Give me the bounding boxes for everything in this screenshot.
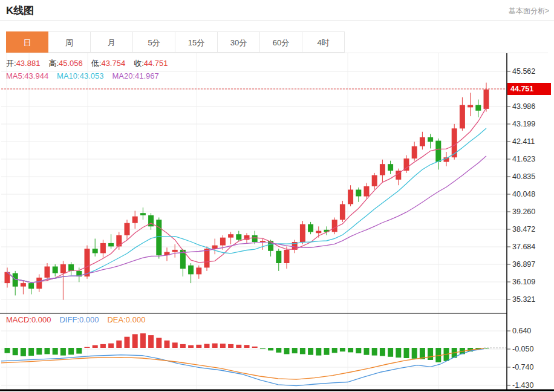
- legend-item: MA5:43.944: [6, 71, 48, 80]
- svg-text:45.562: 45.562: [512, 67, 535, 76]
- period-tabbar: 日周月5分15分30分60分4时: [6, 31, 548, 53]
- legend-item: MA10:43.053: [57, 71, 103, 80]
- legend-item: MACD:0.000: [6, 315, 51, 324]
- svg-text:37.684: 37.684: [512, 243, 535, 251]
- price-axis-labels: 45.56243.98643.19942.41141.62340.83540.0…: [507, 67, 535, 304]
- period-tab-日[interactable]: 日: [6, 31, 48, 53]
- svg-text:-1.430: -1.430: [512, 381, 533, 390]
- header-divider: [0, 20, 554, 21]
- legend-item: 高:45.056: [48, 59, 82, 68]
- period-tab-15分[interactable]: 15分: [175, 31, 218, 53]
- gridlines: [1, 53, 506, 390]
- period-tab-4时[interactable]: 4时: [302, 31, 345, 53]
- ma-legend: MA5:43.944MA10:43.053MA20:41.967: [6, 71, 168, 80]
- svg-text:36.897: 36.897: [512, 260, 535, 269]
- legend-item: DEA:0.000: [107, 315, 145, 324]
- page-title: K线图: [6, 4, 34, 18]
- current-price-tag: 44.751: [507, 83, 551, 95]
- svg-text:41.623: 41.623: [512, 155, 535, 163]
- period-tab-60分[interactable]: 60分: [260, 31, 302, 53]
- period-tab-周[interactable]: 周: [48, 31, 91, 53]
- period-tab-5分[interactable]: 5分: [133, 31, 175, 53]
- svg-text:35.321: 35.321: [512, 295, 535, 304]
- legend-item: MA20:41.967: [112, 71, 158, 80]
- kline-chart: 45.56243.98643.19942.41141.62340.83540.0…: [0, 53, 554, 392]
- candlestick-series: [5, 83, 489, 300]
- svg-text:-0.050: -0.050: [512, 345, 533, 353]
- svg-text:43.986: 43.986: [512, 102, 535, 111]
- svg-text:39.260: 39.260: [512, 207, 535, 216]
- svg-text:42.411: 42.411: [512, 137, 535, 146]
- svg-text:-0.740: -0.740: [512, 363, 533, 371]
- ma-lines: [7, 108, 486, 283]
- svg-text:40.835: 40.835: [512, 172, 535, 181]
- axis-frame: [0, 53, 554, 390]
- period-tab-30分[interactable]: 30分: [218, 31, 260, 53]
- period-tab-月[interactable]: 月: [91, 31, 133, 53]
- legend-item: 开:43.881: [6, 59, 40, 68]
- macd-histogram: [5, 333, 489, 362]
- legend-item: 收:44.751: [134, 59, 168, 68]
- svg-text:40.048: 40.048: [512, 190, 535, 198]
- kline-chart-widget: K线图 基本面分析> 日周月5分15分30分60分4时 45.56243.986…: [0, 0, 554, 392]
- legend-item: 低:43.754: [91, 59, 125, 68]
- macd-legend: MACD:0.000DIFF:0.000DEA:0.000: [6, 315, 154, 324]
- legend-item: DIFF:0.000: [59, 315, 99, 324]
- ohlc-legend: 开:43.881高:45.056低:43.754收:44.751: [6, 58, 177, 69]
- macd-axis-labels: 0.640-0.050-0.740-1.430: [507, 327, 533, 390]
- svg-text:36.109: 36.109: [512, 278, 535, 286]
- fundamental-analysis-link[interactable]: 基本面分析>: [509, 6, 549, 16]
- svg-text:0.640: 0.640: [512, 327, 531, 335]
- svg-text:43.199: 43.199: [512, 120, 535, 128]
- svg-text:38.472: 38.472: [512, 225, 535, 234]
